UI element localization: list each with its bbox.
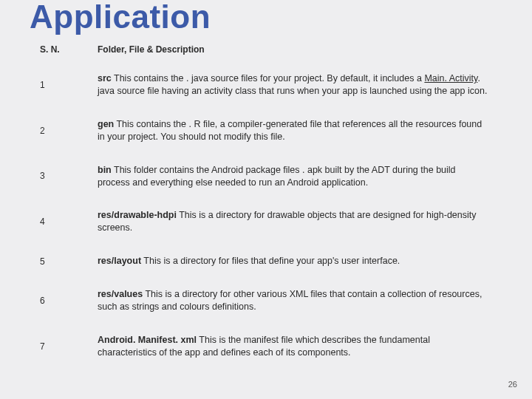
page-title: Application [30,0,532,34]
cell-sn: 3 [40,154,98,200]
table-row: 4 res/drawable-hdpi This is a directory … [40,199,492,245]
desc-underlined: Main. Activity [424,73,477,83]
cell-desc: res/layout This is a directory for files… [98,245,492,278]
cell-desc: Android. Manifest. xml This is the manif… [98,324,492,369]
cell-desc: src This contains the . java source file… [98,62,492,108]
table-row: 7 Android. Manifest. xml This is the man… [40,324,492,369]
desc-text: This contains the . R file, a compiler-g… [98,119,482,142]
table-header-row: S. N. Folder, File & Description [40,38,492,62]
folder-name: Android. Manifest. xml [98,335,197,345]
desc-text: This folder contains the Android package… [98,165,456,188]
cell-sn: 1 [40,62,98,108]
page-number: 26 [508,380,517,389]
cell-sn: 4 [40,199,98,245]
table-row: 5 res/layout This is a directory for fil… [40,245,492,278]
desc-text: This is a directory for other various XM… [98,289,482,312]
cell-sn: 7 [40,324,98,369]
table-row: 2 gen This contains the . R file, a comp… [40,108,492,154]
cell-sn: 2 [40,108,98,154]
folder-name: res/drawable-hdpi [98,210,177,220]
folder-name: src [98,73,112,83]
cell-sn: 5 [40,245,98,278]
cell-desc: bin This folder contains the Android pac… [98,154,492,200]
table-row: 6 res/values This is a directory for oth… [40,278,492,324]
table-row: 1 src This contains the . java source fi… [40,62,492,108]
cell-desc: gen This contains the . R file, a compil… [98,108,492,154]
folder-name: res/layout [98,256,141,266]
column-header-desc: Folder, File & Description [98,38,492,62]
cell-desc: res/drawable-hdpi This is a directory fo… [98,199,492,245]
folder-structure-table: S. N. Folder, File & Description 1 src T… [40,38,492,369]
column-header-sn: S. N. [40,38,98,62]
cell-sn: 6 [40,278,98,324]
folder-name: gen [98,119,114,129]
desc-text: This contains the . java source files fo… [112,73,425,83]
table-row: 3 bin This folder contains the Android p… [40,154,492,200]
folder-name: bin [98,165,112,175]
cell-desc: res/values This is a directory for other… [98,278,492,324]
folder-name: res/values [98,289,143,299]
desc-text: This is a directory for files that defin… [141,256,400,266]
